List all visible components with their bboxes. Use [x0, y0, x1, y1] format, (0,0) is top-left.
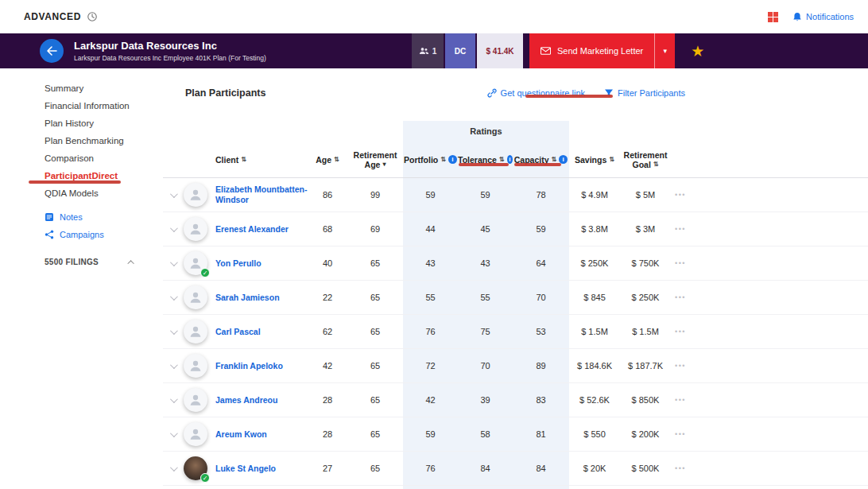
- client-name-link[interactable]: Erenest Alexander: [215, 224, 289, 235]
- age-value: 42: [308, 349, 347, 382]
- table-row: ✓ Carl Pascal 62 65 76 75 53 $ 1.5M $ 1.…: [163, 315, 868, 349]
- column-header-age[interactable]: Age ⇅: [308, 142, 347, 177]
- tolerance-rating-value: 55: [458, 281, 513, 314]
- row-menu-button[interactable]: •••: [671, 246, 690, 280]
- notes-icon: [45, 212, 54, 222]
- portfolio-rating-value: 42: [403, 383, 458, 417]
- sidebar-item-summary[interactable]: Summary: [0, 80, 163, 97]
- info-icon[interactable]: i: [448, 155, 457, 164]
- marketing-dropdown-button[interactable]: ▾: [654, 33, 675, 68]
- client-name-link[interactable]: Sarah Jamieson: [215, 293, 280, 303]
- person-icon: [188, 359, 203, 373]
- favorite-star-icon[interactable]: ★: [691, 44, 704, 59]
- portfolio-rating-value: 76: [403, 315, 458, 348]
- table-row: ✓ Elizabeth Mountbatten-Windsor 86 99 59…: [163, 178, 868, 212]
- notifications-label: Notifications: [806, 12, 854, 21]
- row-menu-button[interactable]: •••: [671, 383, 690, 417]
- ratings-group-header: Ratings: [403, 121, 569, 142]
- column-header-retirement-goal[interactable]: Retirement Goal ⇅: [620, 142, 671, 177]
- savings-value: $ 845: [569, 281, 620, 314]
- retirement-goal-value: $ 187.7K: [620, 349, 671, 382]
- chevron-down-icon[interactable]: [169, 429, 177, 437]
- participants-count: 1: [432, 47, 437, 56]
- sidebar-item-plan-benchmarking[interactable]: Plan Benchmarking: [0, 132, 163, 149]
- sort-icon: ⇅: [552, 156, 557, 163]
- filings-section-toggle[interactable]: 5500 FILINGS: [0, 258, 163, 266]
- column-header-tolerance[interactable]: Tolerance ⇅ i: [458, 142, 513, 177]
- portfolio-rating-value: 76: [403, 452, 458, 485]
- table-row: ✓ James Andreou 28 65 42 39 83 $ 52.6K $…: [163, 383, 868, 417]
- sort-icon: ⇅: [653, 160, 659, 169]
- age-value: 86: [308, 178, 347, 212]
- sidebar-item-financial-information[interactable]: Financial Information: [0, 97, 163, 114]
- avatar: ✓: [184, 456, 207, 480]
- row-menu-button[interactable]: •••: [671, 417, 690, 451]
- retirement-age-value: 99: [347, 178, 403, 212]
- participants-icon: [419, 47, 429, 55]
- sidebar: Summary Financial Information Plan Histo…: [0, 68, 163, 489]
- sidebar-item-participantdirect[interactable]: ParticipantDirect: [0, 167, 163, 184]
- info-icon[interactable]: i: [507, 155, 513, 164]
- chevron-down-icon[interactable]: [169, 293, 177, 301]
- portfolio-rating-value: 59: [403, 417, 458, 451]
- client-name-link[interactable]: Luke St Angelo: [215, 464, 276, 474]
- chevron-down-icon: ▾: [663, 47, 667, 55]
- filter-participants-button[interactable]: Filter Participants: [604, 88, 685, 98]
- client-name-link[interactable]: Franklin Apeloko: [215, 361, 283, 371]
- sidebar-item-qdia-models[interactable]: QDIA Models: [0, 184, 163, 202]
- age-value: 28: [308, 383, 347, 417]
- ratings-group-row: Ratings: [163, 121, 868, 142]
- person-icon: [188, 222, 203, 236]
- brand-label: ADVANCED: [24, 11, 81, 22]
- chevron-down-icon[interactable]: [169, 190, 177, 198]
- tolerance-rating-value: 75: [458, 315, 513, 348]
- sidebar-item-campaigns[interactable]: Campaigns: [0, 226, 163, 243]
- chevron-down-icon[interactable]: [169, 258, 177, 266]
- column-header-savings[interactable]: Savings ⇅: [569, 142, 620, 177]
- portfolio-rating-value: 44: [403, 212, 458, 246]
- send-marketing-letter-button[interactable]: Send Marketing Letter: [529, 33, 654, 68]
- client-name-link[interactable]: Elizabeth Mountbatten-Windsor: [215, 184, 308, 205]
- apps-grid-icon[interactable]: [768, 12, 778, 22]
- table-row: ✓ Luke St Angelo 27 65 76 84 84 $ 20K $ …: [163, 452, 868, 486]
- client-name-link[interactable]: Carl Pascal: [215, 327, 261, 337]
- row-menu-button[interactable]: •••: [671, 452, 690, 485]
- age-value: 22: [308, 281, 347, 314]
- savings-value: $ 52.6K: [569, 383, 620, 417]
- savings-value: $ 20K: [569, 452, 620, 485]
- sidebar-item-comparison[interactable]: Comparison: [0, 149, 163, 167]
- client-name-link[interactable]: James Andreou: [215, 395, 277, 406]
- retirement-goal-value: $ 200K: [620, 417, 671, 451]
- notifications-button[interactable]: Notifications: [792, 12, 854, 22]
- chevron-down-icon[interactable]: [169, 361, 177, 369]
- sidebar-item-notes[interactable]: Notes: [0, 208, 163, 226]
- plan-title: Larkspur Data Resources Inc: [74, 40, 266, 52]
- row-menu-button[interactable]: •••: [671, 178, 690, 212]
- sidebar-item-plan-history[interactable]: Plan History: [0, 114, 163, 132]
- column-header-retirement-age[interactable]: Retirement Age ▾: [347, 142, 403, 177]
- filings-label: 5500 FILINGS: [45, 258, 99, 266]
- client-name-link[interactable]: Yon Perullo: [215, 258, 262, 269]
- info-icon[interactable]: i: [559, 155, 568, 164]
- tolerance-rating-value: 59: [458, 178, 513, 212]
- chevron-down-icon[interactable]: [169, 395, 177, 403]
- column-header-portfolio[interactable]: Portfolio ⇅ i: [403, 142, 458, 177]
- row-menu-button[interactable]: •••: [671, 315, 690, 348]
- row-menu-button[interactable]: •••: [671, 212, 690, 246]
- notes-label: Notes: [60, 212, 83, 222]
- sidebar-links: Notes Campaigns: [0, 208, 163, 243]
- back-button[interactable]: [40, 39, 64, 63]
- row-menu-button[interactable]: •••: [671, 281, 690, 314]
- column-header-client[interactable]: Client ⇅: [209, 142, 308, 177]
- table-row: ✓ Erenest Alexander 68 69 44 45 59 $ 3.8…: [163, 212, 868, 246]
- chevron-down-icon[interactable]: [169, 464, 177, 472]
- chevron-down-icon[interactable]: [169, 327, 177, 335]
- plan-badges: 1 DC $ 41.4K Send Marketing Letter ▾ ★: [412, 33, 704, 68]
- row-menu-button[interactable]: •••: [671, 349, 690, 382]
- column-header-capacity[interactable]: Capacity ⇅ i: [513, 142, 569, 177]
- chevron-down-icon[interactable]: [169, 224, 177, 232]
- retirement-goal-value: $ 750K: [620, 246, 671, 280]
- brand: ADVANCED: [24, 11, 98, 22]
- questionnaire-link[interactable]: Get questionnaire link: [487, 88, 585, 98]
- client-name-link[interactable]: Areum Kwon: [215, 429, 267, 440]
